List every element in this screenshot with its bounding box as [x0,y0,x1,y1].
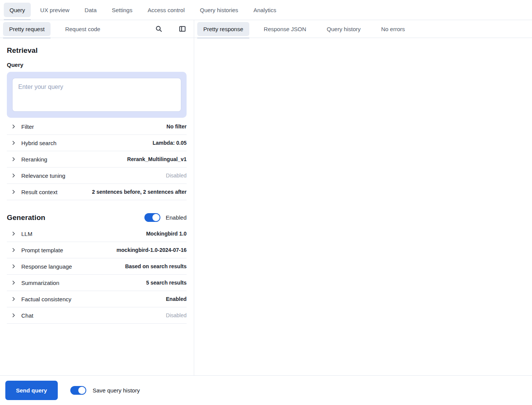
accordion-summarization[interactable]: Summarization 5 search results [7,275,187,291]
generation-toggle-status: Enabled [166,214,187,221]
accordion-value: Based on search results [125,263,187,269]
chevron-right-icon [11,247,17,253]
accordion-label: Chat [21,312,33,319]
accordion-label: Filter [21,123,34,130]
tab-response-json[interactable]: Response JSON [258,22,312,36]
accordion-value: Rerank_Multilingual_v1 [127,156,187,162]
footer-action-bar: Send query Save query history [0,375,532,405]
request-panel-content: Retrieval Query Filter No filter [0,38,194,375]
generation-header: Generation Enabled [7,209,187,226]
accordion-llm[interactable]: LLM Mockingbird 1.0 [7,226,187,242]
accordion-reranking[interactable]: Reranking Rerank_Multilingual_v1 [7,151,187,168]
accordion-value: Disabled [166,312,187,318]
accordion-value: mockingbird-1.0-2024-07-16 [117,247,187,253]
search-icon[interactable] [154,24,164,34]
accordion-label: Summarization [21,280,59,286]
tab-analytics[interactable]: Analytics [248,3,282,17]
accordion-value: Mockingbird 1.0 [146,231,187,237]
accordion-label: Relevance tuning [21,172,65,179]
accordion-label: Hybrid search [21,140,57,146]
chevron-right-icon [11,140,17,146]
accordion-label: Factual consistency [21,296,71,302]
chevron-right-icon [11,312,17,318]
response-panel: Pretty response Response JSON Query hist… [194,20,532,375]
response-panel-tabs: Pretty response Response JSON Query hist… [194,20,532,38]
accordion-value: 2 sentences before, 2 sentences after [92,189,187,195]
accordion-result-context[interactable]: Result context 2 sentences before, 2 sen… [7,184,187,200]
accordion-value: Lambda: 0.05 [153,140,187,146]
tab-query-history[interactable]: Query history [321,22,367,36]
save-query-history-toggle[interactable] [70,386,86,395]
request-panel-tabs: Pretty request Request code [0,20,194,38]
accordion-filter[interactable]: Filter No filter [7,119,187,135]
response-panel-content [194,38,532,375]
generation-heading: Generation [7,214,45,222]
accordion-value: Disabled [166,172,187,179]
accordion-value: 5 search results [146,280,187,286]
accordion-value: Enabled [166,296,187,302]
accordion-factual-consistency[interactable]: Factual consistency Enabled [7,291,187,307]
retrieval-accordions: Filter No filter Hybrid search Lambda: 0… [7,119,187,200]
chevron-right-icon [11,296,17,302]
chevron-right-icon [11,280,17,286]
request-panel: Pretty request Request code [0,20,194,375]
tab-pretty-request[interactable]: Pretty request [3,22,51,36]
chevron-right-icon [11,172,17,179]
accordion-label: Reranking [21,156,47,163]
accordion-label: LLM [21,231,32,237]
chevron-right-icon [11,123,17,130]
query-console: Query UX preview Data Settings Access co… [0,0,532,405]
chevron-right-icon [11,156,17,162]
tab-ux-preview[interactable]: UX preview [35,3,75,17]
save-query-history-label: Save query history [93,387,140,394]
chevron-right-icon [11,189,17,195]
query-box [7,72,187,118]
accordion-relevance-tuning[interactable]: Relevance tuning Disabled [7,168,187,184]
main-split: Pretty request Request code [0,20,532,375]
generation-toggle[interactable] [144,213,160,222]
accordion-prompt-template[interactable]: Prompt template mockingbird-1.0-2024-07-… [7,242,187,258]
accordion-label: Response language [21,263,72,270]
tab-request-code[interactable]: Request code [59,22,106,36]
split-panel-icon[interactable] [177,24,188,34]
query-input[interactable] [12,78,181,112]
chevron-right-icon [11,231,17,237]
top-nav-tabs: Query UX preview Data Settings Access co… [0,0,532,20]
generation-accordions: LLM Mockingbird 1.0 Prompt template mock… [7,226,187,324]
tab-settings[interactable]: Settings [106,3,138,17]
tab-query[interactable]: Query [4,3,31,17]
query-field-label: Query [7,62,187,68]
tab-data[interactable]: Data [79,3,103,17]
retrieval-heading: Retrieval [7,46,187,55]
accordion-chat[interactable]: Chat Disabled [7,307,187,324]
accordion-response-language[interactable]: Response language Based on search result… [7,258,187,275]
send-query-button[interactable]: Send query [5,381,58,400]
tab-query-histories[interactable]: Query histories [194,3,244,17]
chevron-right-icon [11,263,17,269]
accordion-label: Result context [21,189,57,195]
accordion-label: Prompt template [21,247,63,253]
tab-no-errors[interactable]: No errors [375,22,411,36]
accordion-hybrid-search[interactable]: Hybrid search Lambda: 0.05 [7,135,187,151]
tab-pretty-response[interactable]: Pretty response [197,22,249,36]
tab-access-control[interactable]: Access control [142,3,190,17]
accordion-value: No filter [166,123,187,130]
